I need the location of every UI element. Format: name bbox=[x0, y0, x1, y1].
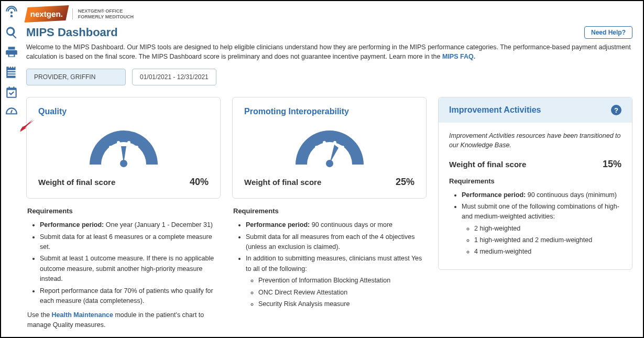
gauge-icon bbox=[38, 123, 209, 167]
interop-req-item: Performance period: 90 continuous days o… bbox=[246, 220, 425, 230]
brand-subtitle: NEXTGEN® OFFICE FORMERLY MEDITOUCH bbox=[72, 8, 134, 19]
interop-title: Promoting Interoperability bbox=[244, 107, 414, 116]
mips-faq-link[interactable]: MIPS FAQ. bbox=[442, 53, 475, 60]
quality-card[interactable]: Quality Weight of final score bbox=[26, 97, 221, 199]
svg-point-0 bbox=[104, 154, 107, 157]
health-maintenance-link[interactable]: Health Maintenance bbox=[52, 311, 113, 319]
quality-req-heading: Requirements bbox=[27, 207, 220, 215]
interop-bullet-lead: In addition to submitting measures, clin… bbox=[246, 255, 422, 272]
improvement-weight-value: 15% bbox=[603, 159, 621, 170]
svg-point-7 bbox=[310, 154, 313, 157]
svg-point-5 bbox=[140, 154, 144, 157]
improvement-note: Improvement Activities resources have be… bbox=[449, 131, 621, 150]
svg-point-11 bbox=[341, 146, 344, 149]
quality-req-item: Report performance data for 70% of patie… bbox=[40, 286, 220, 307]
interop-weight-value: 25% bbox=[396, 177, 414, 188]
provider-selector[interactable]: PROVIDER, GRIFFIN bbox=[26, 69, 126, 85]
improvement-req-item: Must submit one of the following combina… bbox=[462, 202, 621, 257]
perf-period-text: 90 continuous days or more bbox=[310, 221, 392, 228]
svg-point-1 bbox=[109, 146, 112, 149]
help-icon[interactable]: ? bbox=[611, 105, 621, 115]
interop-req-heading: Requirements bbox=[233, 207, 425, 215]
perf-period-label: Performance period: bbox=[40, 221, 104, 228]
quality-req-item: Submit data for at least 6 measures or a… bbox=[40, 232, 220, 253]
interop-requirements: Requirements Performance period: 90 cont… bbox=[232, 207, 427, 309]
brand-sub-line1: NEXTGEN® OFFICE bbox=[78, 8, 134, 14]
quality-column: Quality Weight of final score bbox=[26, 97, 221, 330]
svg-point-13 bbox=[326, 160, 333, 167]
welcome-text: Welcome to the MIPS Dashboard. Our MIPS … bbox=[26, 42, 632, 61]
interop-req-item: Submit data for all measures from each o… bbox=[246, 232, 425, 253]
gauge-icon bbox=[244, 123, 414, 167]
page-title: MIPS Dashboard bbox=[26, 26, 118, 39]
need-help-button[interactable]: Need Help? bbox=[584, 26, 632, 39]
improvement-sub-item: 1 high-weighted and 2 medium-weighted bbox=[474, 235, 621, 245]
quality-req-item: Performance period: One year (January 1 … bbox=[40, 220, 220, 230]
perf-period-label: Performance period: bbox=[246, 221, 310, 228]
svg-point-6 bbox=[120, 160, 127, 167]
brand-logo: nextgen. bbox=[24, 5, 69, 23]
interop-weight-label: Weight of final score bbox=[244, 178, 321, 187]
footnote-pre: Use the bbox=[27, 311, 52, 319]
svg-point-9 bbox=[323, 141, 326, 144]
interop-card[interactable]: Promoting Interoperability Weight of fi bbox=[232, 97, 427, 199]
quality-requirements: Requirements Performance period: One yea… bbox=[26, 207, 221, 330]
improvement-title: Improvement Activities bbox=[449, 105, 541, 115]
main-content: nextgen. NEXTGEN® OFFICE FORMERLY MEDITO… bbox=[22, 1, 643, 337]
svg-point-2 bbox=[117, 141, 120, 144]
improvement-req-item: Performance period: 90 continuous days (… bbox=[462, 190, 621, 200]
search-icon[interactable] bbox=[4, 25, 19, 40]
improvement-card: Improvement Activities ? Improvement Act… bbox=[438, 97, 632, 270]
notes-icon[interactable] bbox=[4, 65, 19, 80]
improvement-weight-label: Weight of final score bbox=[449, 160, 526, 169]
improvement-sub-item: 4 medium-weighted bbox=[474, 247, 621, 257]
improvement-column: Improvement Activities ? Improvement Act… bbox=[438, 97, 632, 270]
svg-point-8 bbox=[315, 146, 318, 149]
interop-sub-item: ONC Direct Review Attestation bbox=[258, 288, 425, 298]
interop-sub-item: Prevention of Information Blocking Attes… bbox=[258, 276, 425, 286]
date-range-selector[interactable]: 01/01/2021 - 12/31/2021 bbox=[132, 69, 216, 85]
quality-footnote: Use the Health Maintenance module in the… bbox=[27, 310, 220, 330]
sidebar bbox=[1, 1, 22, 337]
interop-req-item: In addition to submitting measures, clin… bbox=[246, 254, 425, 309]
brand-row: nextgen. NEXTGEN® OFFICE FORMERLY MEDITO… bbox=[26, 6, 632, 21]
svg-point-10 bbox=[333, 141, 336, 144]
svg-point-4 bbox=[135, 146, 138, 149]
improvement-sub-item: 2 high-weighted bbox=[474, 224, 621, 234]
print-icon[interactable] bbox=[4, 45, 19, 60]
dashboard-gauge-icon[interactable] bbox=[4, 105, 19, 119]
brand-sub-line2: FORMERLY MEDITOUCH bbox=[78, 14, 134, 19]
perf-period-text: 90 continuous days (minimum) bbox=[526, 191, 617, 199]
quality-req-item: Submit at least 1 outcome measure. If th… bbox=[40, 254, 220, 284]
quality-weight-value: 40% bbox=[190, 177, 209, 188]
perf-period-text: One year (January 1 - December 31) bbox=[104, 221, 213, 228]
quality-weight-label: Weight of final score bbox=[38, 178, 115, 187]
brand-logo-text: nextgen. bbox=[30, 9, 63, 18]
svg-point-3 bbox=[127, 141, 130, 144]
quality-title: Quality bbox=[38, 107, 209, 116]
interop-sub-item: Security Risk Analysis measure bbox=[258, 299, 425, 309]
svg-point-12 bbox=[346, 154, 350, 157]
improvement-header: Improvement Activities ? bbox=[439, 97, 632, 123]
interop-column: Promoting Interoperability Weight of fi bbox=[232, 97, 427, 313]
improvement-req-heading: Requirements bbox=[449, 177, 621, 185]
improvement-bullet-lead: Must submit one of the following combina… bbox=[462, 203, 619, 220]
welcome-pre: Welcome to the MIPS Dashboard. Our MIPS … bbox=[26, 43, 631, 60]
broadcast-icon[interactable] bbox=[4, 5, 19, 20]
calendar-check-icon[interactable] bbox=[4, 85, 19, 100]
perf-period-label: Performance period: bbox=[462, 191, 526, 199]
